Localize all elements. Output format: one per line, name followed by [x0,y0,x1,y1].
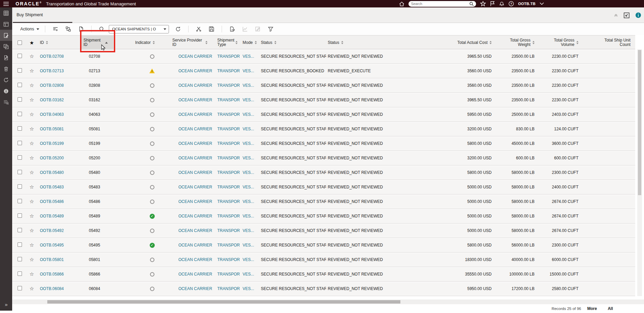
row-favorite-star-icon[interactable]: ☆ [29,213,34,219]
row-checkbox[interactable] [18,257,22,261]
row-favorite-star-icon[interactable]: ☆ [29,286,34,291]
sidebar-expand-button[interactable]: » [0,302,12,307]
sidebar-item-refresh[interactable] [0,74,12,85]
row-favorite-star-icon[interactable]: ☆ [29,126,34,132]
mode-link[interactable]: VES... [243,185,254,189]
sidebar-item-info[interactable] [0,85,12,97]
service-provider-link[interactable]: OCEAN CARRIER [178,69,212,73]
row-favorite-star-icon[interactable]: ☆ [29,170,34,175]
workflow-icon[interactable] [64,25,73,33]
indicator-icon[interactable]: ! [149,69,155,73]
global-search[interactable] [408,1,476,7]
more-button[interactable]: More [587,306,597,311]
indicator-icon[interactable] [150,258,154,262]
list-add-icon[interactable] [51,25,60,33]
shipment-id-link[interactable]: OOTB.05489 [40,214,64,218]
row-favorite-star-icon[interactable]: ☆ [29,184,34,190]
shipment-type-link[interactable]: TRANSPORT [217,69,240,73]
search-input[interactable] [411,2,469,6]
header-total-gross-volume[interactable]: Total Gross Volume [537,38,581,47]
mode-link[interactable]: VES... [243,83,254,88]
mode-link[interactable]: VES... [243,112,254,117]
save-icon[interactable] [207,25,216,33]
home-icon[interactable] [399,1,404,6]
shipment-id-link[interactable]: OOTB.05866 [40,272,64,277]
row-checkbox[interactable] [18,83,22,87]
mode-link[interactable]: VES... [243,156,254,160]
user-label[interactable]: OOTB.TB [518,2,536,6]
mode-link[interactable]: VES... [243,272,254,277]
indicator-icon[interactable] [150,272,154,277]
header-indicator[interactable]: Indicator [133,41,171,45]
service-provider-link[interactable]: OCEAN CARRIER [178,156,212,160]
service-provider-link[interactable]: OCEAN CARRIER [178,83,212,88]
saved-query-select[interactable]: OCEAN SHIPMENTS | O [109,25,169,33]
header-total-ship-unit-count[interactable]: Total Ship Unit Count [581,38,635,47]
search-icon[interactable] [469,2,474,6]
row-favorite-star-icon[interactable]: ☆ [29,199,34,204]
header-total-gross-weight[interactable]: Total Gross Weight [493,38,537,47]
row-checkbox[interactable] [18,271,22,276]
shipment-id-link[interactable]: OOTB.05480 [40,170,64,175]
collapse-icon[interactable] [614,14,618,17]
indicator-icon[interactable] [150,200,154,204]
user-chevron-down-icon[interactable] [540,2,544,5]
mode-link[interactable]: VES... [243,170,254,175]
row-favorite-star-icon[interactable]: ☆ [29,141,34,146]
select-all-checkbox[interactable] [18,41,22,45]
mode-link[interactable]: VES... [243,228,254,233]
shipment-id-link[interactable]: OOTB.05483 [40,185,64,189]
vertical-scrollbar-thumb[interactable] [638,50,641,195]
service-provider-link[interactable]: OCEAN CARRIER [178,112,212,117]
shipment-type-link[interactable]: TRANSPORT [217,185,240,189]
header-mode[interactable]: Mode [240,41,259,45]
tab-buy-shipment[interactable]: Buy Shipment [13,7,72,23]
shipment-type-link[interactable]: TRANSPORT [217,228,240,233]
mode-link[interactable]: VES... [243,141,254,146]
shipment-id-link[interactable]: OOTB.02713 [40,69,64,73]
export-icon[interactable] [228,25,237,33]
help-icon[interactable]: ? [509,1,514,6]
mode-link[interactable]: VES... [243,54,254,59]
shipment-id-link[interactable]: OOTB.05492 [40,228,64,233]
mode-link[interactable]: VES... [243,98,254,102]
cut-icon[interactable] [194,25,203,33]
service-provider-link[interactable]: OCEAN CARRIER [178,141,212,146]
shipment-id-link[interactable]: OOTB.05200 [40,156,64,160]
shipment-id-link[interactable]: OOTB.06084 [40,286,64,291]
row-favorite-star-icon[interactable]: ☆ [29,271,34,277]
shipment-id-link[interactable]: OOTB.05801 [40,257,64,262]
select-chevron-down-icon[interactable] [161,25,169,33]
dock-edit-icon[interactable] [623,12,630,19]
service-provider-link[interactable]: OCEAN CARRIER [178,257,212,262]
indicator-icon[interactable] [150,54,154,59]
shipment-type-link[interactable]: TRANSPORT [217,83,240,88]
mode-link[interactable]: VES... [243,286,254,291]
mode-link[interactable]: VES... [243,199,254,204]
shipment-type-link[interactable]: TRANSPORT [217,199,240,204]
service-provider-link[interactable]: OCEAN CARRIER [178,170,212,175]
shipment-id-link[interactable]: OOTB.05495 [40,243,64,247]
row-checkbox[interactable] [18,286,22,290]
row-favorite-star-icon[interactable]: ☆ [29,54,34,59]
service-provider-link[interactable]: OCEAN CARRIER [178,243,212,247]
shipment-id-link[interactable]: OOTB.03162 [40,98,64,102]
actions-button[interactable]: Actions [20,27,39,31]
shipment-id-link[interactable]: OOTB.02808 [40,83,64,88]
indicator-icon[interactable] [150,185,154,189]
indicator-icon[interactable] [150,229,154,233]
header-id[interactable]: ID [37,41,81,45]
row-checkbox[interactable] [18,155,22,160]
page-icon[interactable] [77,25,85,33]
shipment-type-link[interactable]: TRANSPORT [217,272,240,277]
shipment-id-link[interactable]: OOTB.02708 [40,54,64,59]
header-total-actual-cost[interactable]: Total Actual Cost [439,41,493,45]
shipment-type-link[interactable]: TRANSPORT [217,286,240,291]
shipment-type-link[interactable]: TRANSPORT [217,98,240,102]
shipment-type-link[interactable]: TRANSPORT [217,112,240,117]
row-favorite-star-icon[interactable]: ☆ [29,112,34,117]
service-provider-link[interactable]: OCEAN CARRIER [178,54,212,59]
mode-link[interactable]: VES... [243,127,254,131]
service-provider-link[interactable]: OCEAN CARRIER [178,228,212,233]
vertical-scrollbar[interactable] [637,49,642,296]
